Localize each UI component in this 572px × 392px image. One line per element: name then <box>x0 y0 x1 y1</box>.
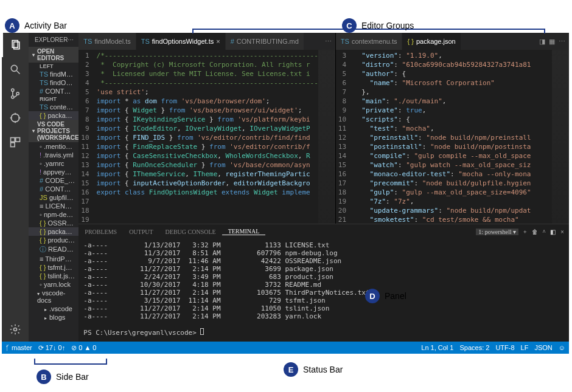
extensions-icon[interactable] <box>2 130 29 154</box>
editor-group-left: TSfindModel.tsTSfindOptionsWidget.ts×#CO… <box>78 33 335 224</box>
indent-indicator[interactable]: Spaces: 2 <box>459 344 489 351</box>
svg-point-2 <box>11 65 17 71</box>
annotation-b: B Side Bar <box>37 370 89 384</box>
explorer-icon[interactable] <box>2 33 29 57</box>
file-item[interactable]: # CONTRIBUTING.md vscode <box>29 87 78 95</box>
annotation-c: C Editor Groups <box>342 18 414 33</box>
layout-icon[interactable]: ▦ <box>549 38 555 46</box>
folder[interactable]: blogs <box>29 313 78 322</box>
panel-tab[interactable]: DEBUG CONSOLE <box>159 229 222 235</box>
file-item[interactable]: # CODE_OF_CONDUCT.md <box>29 176 78 185</box>
annotation-a: A Activity Bar <box>5 18 67 33</box>
file-item[interactable]: ◦ yarn.lock <box>29 280 78 289</box>
sync-indicator[interactable]: ⟳ 17↓ 0↑ <box>38 344 65 352</box>
trash-icon[interactable]: 🗑 <box>532 229 538 235</box>
file-item[interactable]: ≡ LICENSE.txt <box>29 202 78 210</box>
search-icon[interactable] <box>2 57 29 81</box>
editor-left[interactable]: 12345678910111213141516171819 /*--------… <box>78 50 335 224</box>
tabs-left: TSfindModel.tsTSfindOptionsWidget.ts×#CO… <box>78 33 335 50</box>
editor-area: TSfindModel.tsTSfindOptionsWidget.ts×#CO… <box>78 33 569 342</box>
tab[interactable]: TSfindOptionsWidget.ts× <box>136 33 226 50</box>
editor-groups: TSfindModel.tsTSfindOptionsWidget.ts×#CO… <box>78 33 569 224</box>
activity-bar <box>2 33 29 342</box>
file-item[interactable]: ◦ .yarnrc <box>29 159 78 168</box>
language-indicator[interactable]: JSON <box>534 344 552 351</box>
sidebar-title: EXPLORER⋯ <box>29 33 78 47</box>
eol-indicator[interactable]: LF <box>521 344 529 351</box>
tab[interactable]: #CONTRIBUTING.md <box>226 33 304 50</box>
panel-tab[interactable]: TERMINAL <box>222 228 266 235</box>
file-item[interactable]: ◦ npm-debug.log <box>29 210 78 219</box>
file-item[interactable]: ! .travis.yml <box>29 151 78 159</box>
branch-indicator[interactable]: ᚶ master <box>5 344 32 351</box>
status-bar: ᚶ master ⟳ 17↓ 0↑ ⊘ 0 ▲ 0 Ln 1, Col 1 Sp… <box>2 342 569 354</box>
cursor-position[interactable]: Ln 1, Col 1 <box>421 344 453 351</box>
encoding-indicator[interactable]: UTF-8 <box>495 344 514 351</box>
file-item[interactable]: TS contextmenu.ts vscode/src/... <box>29 103 78 111</box>
editor-right[interactable]: 345678910111213141516171819202122 "versi… <box>336 50 569 224</box>
folder[interactable]: vscode-docs <box>29 289 78 304</box>
svg-point-5 <box>12 96 14 98</box>
file-item[interactable]: { } product.json <box>29 236 78 244</box>
side-bar: EXPLORER⋯ OPEN EDITORS LEFT TS findModel… <box>29 33 78 342</box>
file-item[interactable]: { } OSSREADME.json <box>29 219 78 227</box>
debug-icon[interactable] <box>2 106 29 130</box>
tab[interactable]: { }package.json <box>402 33 461 50</box>
svg-point-15 <box>14 328 17 331</box>
file-item[interactable]: # CONTRIBUTING.md <box>29 185 78 193</box>
terminal-selector[interactable]: 1: powershell ▾ <box>476 229 518 235</box>
source-control-icon[interactable] <box>2 81 29 106</box>
svg-rect-12 <box>11 138 15 142</box>
svg-rect-14 <box>11 143 15 147</box>
file-item[interactable]: { } tsfmt.json <box>29 263 78 272</box>
panel-tabs: PROBLEMSOUTPUTDEBUG CONSOLETERMINAL1: po… <box>78 224 569 239</box>
problems-indicator[interactable]: ⊘ 0 ▲ 0 <box>71 344 96 352</box>
feedback-icon[interactable]: ☺ <box>559 344 565 351</box>
tab[interactable]: TSfindModel.ts <box>78 33 136 50</box>
annotation-d: D Panel <box>365 289 406 303</box>
editor-group-right: TScontextmenu.ts{ }package.json◨ ▦ ⋯ 345… <box>336 33 569 224</box>
panel-tab[interactable]: PROBLEMS <box>78 229 123 235</box>
split-panel-icon[interactable]: ◧ <box>550 229 556 235</box>
close-icon[interactable]: × <box>560 229 564 235</box>
svg-point-6 <box>16 92 19 95</box>
panel: PROBLEMSOUTPUTDEBUG CONSOLETERMINAL1: po… <box>78 224 569 342</box>
more-icon[interactable]: ⋯ <box>559 38 565 46</box>
open-editors-header[interactable]: OPEN EDITORS <box>29 47 78 63</box>
file-item[interactable]: { } package.json vscode <box>29 111 78 120</box>
gear-icon[interactable] <box>2 317 29 342</box>
file-item[interactable]: TS findModel.ts vscode/src/vs/... <box>29 70 78 78</box>
file-item[interactable]: { } tslint.json <box>29 272 78 280</box>
file-item[interactable]: { } package.json <box>29 227 78 236</box>
vscode-window: EXPLORER⋯ OPEN EDITORS LEFT TS findModel… <box>2 33 569 354</box>
annotation-e: E Status Bar <box>284 362 343 377</box>
file-item[interactable]: ⓘ README.md <box>29 244 78 255</box>
svg-point-7 <box>11 114 19 122</box>
file-item[interactable]: ◦ .mention-bot <box>29 142 78 151</box>
svg-rect-13 <box>16 138 20 142</box>
svg-point-4 <box>12 89 14 91</box>
file-item[interactable]: ! appveyor.yml <box>29 168 78 176</box>
file-item[interactable]: ≡ ThirdPartyNotices.txt <box>29 255 78 263</box>
folder[interactable]: .vscode <box>29 304 78 313</box>
minimap[interactable] <box>552 50 569 224</box>
new-terminal-icon[interactable]: + <box>523 229 527 235</box>
panel-tab[interactable]: OUTPUT <box>123 229 159 235</box>
svg-line-3 <box>17 71 20 74</box>
chevron-up-icon[interactable]: ^ <box>543 229 546 235</box>
workspace-header[interactable]: VS CODE PROJECTS (WORKSPACE) <box>29 120 78 142</box>
open-editors-right: RIGHT <box>29 95 78 103</box>
open-editors-left: LEFT <box>29 63 78 70</box>
minimap[interactable] <box>318 50 335 224</box>
file-item[interactable]: TS findOptionsWidget.ts vsco... <box>29 78 78 87</box>
more-icon[interactable]: ⋯ <box>325 38 332 46</box>
tabs-right: TScontextmenu.ts{ }package.json◨ ▦ ⋯ <box>336 33 569 50</box>
close-icon[interactable]: × <box>216 38 220 45</box>
terminal-output[interactable]: -a---- 1/13/2017 3:32 PM 1133 LICENSE.tx… <box>78 239 569 342</box>
tab[interactable]: TScontextmenu.ts <box>336 33 403 50</box>
file-item[interactable]: JS gulpfile.js <box>29 193 78 202</box>
split-icon[interactable]: ◨ <box>539 38 545 46</box>
